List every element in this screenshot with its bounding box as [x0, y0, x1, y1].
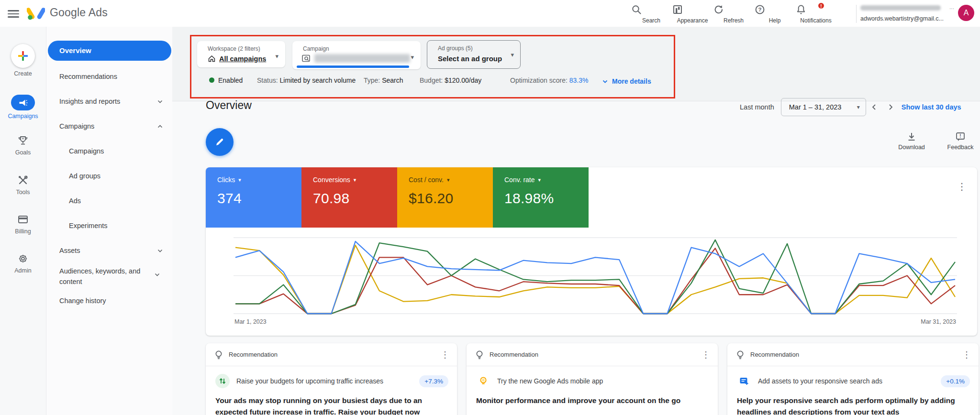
google-ads-logo-icon: [27, 4, 45, 21]
megaphone-icon: [11, 95, 35, 110]
recommendation-body: Your ads may stop running on your busies…: [215, 395, 423, 415]
card-kebab-menu[interactable]: ⋮: [962, 349, 971, 360]
search-button[interactable]: Search: [631, 2, 672, 24]
svg-text:?: ?: [758, 7, 761, 12]
scorecard-conversions[interactable]: Conversions▾ 70.98: [301, 167, 397, 228]
recommendation-card-assets: Recommendation ⋮ Add assets to your resp…: [727, 343, 979, 415]
x-axis-start-label: Mar 1, 2023: [234, 318, 267, 325]
rail-item-campaigns[interactable]: Campaigns: [0, 95, 46, 120]
rail-item-goals[interactable]: Goals: [0, 134, 46, 156]
x-axis-end-label: Mar 31, 2023: [921, 318, 956, 325]
metric-scorecards: Clicks▾ 374 Conversions▾ 70.98 Cost / co…: [206, 167, 589, 228]
uplift-badge: +0.1%: [941, 375, 970, 387]
svg-text:!: !: [959, 133, 961, 139]
pencil-icon: [214, 137, 225, 147]
appearance-icon: [672, 4, 713, 16]
chevron-up-icon: [157, 123, 163, 130]
show-last-30-days-link[interactable]: Show last 30 days: [902, 103, 961, 111]
lightbulb-icon: [736, 350, 745, 360]
plus-icon: [11, 44, 35, 68]
chevron-right-icon: [887, 104, 894, 110]
nav-item-campaigns[interactable]: Campaigns: [46, 147, 173, 155]
arrows-up-down-icon: [215, 374, 230, 388]
refresh-button[interactable]: Refresh: [713, 2, 754, 24]
download-button[interactable]: Download: [890, 131, 933, 151]
billing-card-icon: [0, 213, 46, 226]
nav-item-change-history[interactable]: Change history: [46, 297, 173, 305]
lightbulb-yellow-icon: [476, 374, 490, 388]
nav-item-insights-and-reports[interactable]: Insights and reports: [46, 98, 173, 105]
nav-item-overview[interactable]: Overview: [48, 41, 171, 61]
tools-icon: [0, 174, 46, 186]
appearance-button[interactable]: Appearance: [672, 2, 713, 24]
rail-item-billing[interactable]: Billing: [0, 213, 46, 235]
chevron-left-icon: [871, 104, 878, 110]
account-email: adwords.webartistry@gmail.c...: [860, 15, 954, 22]
bell-icon: [795, 4, 836, 16]
nav-item-assets[interactable]: Assets: [46, 247, 173, 254]
refresh-icon: [713, 4, 754, 16]
nav-item-audiences-keywords-content[interactable]: Audiences, keywords, and content: [46, 266, 156, 287]
recommendation-card-header: Recommendation ⋮: [727, 343, 979, 366]
page-title: Overview: [206, 99, 252, 112]
recommendation-body: Monitor performance and improve your acc…: [476, 395, 680, 406]
uplift-badge: +7.3%: [419, 375, 448, 387]
recommendation-card-mobile-app: Recommendation ⋮ Try the new Google Ads …: [467, 343, 718, 415]
overview-chart-card: Clicks▾ 374 Conversions▾ 70.98 Cost / co…: [206, 167, 977, 336]
notifications-button[interactable]: ! Notifications: [795, 2, 836, 24]
card-kebab-menu[interactable]: ⋮: [702, 349, 710, 360]
scorecard-clicks[interactable]: Clicks▾ 374: [206, 167, 301, 228]
edit-fab-button[interactable]: [206, 128, 234, 156]
nav-item-recommendations[interactable]: Recommendations: [46, 73, 173, 80]
search-icon: [631, 4, 672, 16]
recommendation-card-header: Recommendation ⋮: [467, 343, 718, 366]
app-bar-actions: Search Appearance Refresh ? Help: [631, 2, 836, 24]
app-bar: Google Ads Search Appearance Refresh: [0, 0, 980, 27]
google-ads-logo: Google Ads: [27, 4, 108, 21]
notification-badge: !: [817, 2, 825, 10]
annotation-red-box: [190, 35, 675, 98]
help-icon: ?: [754, 4, 795, 16]
dropdown-arrow-icon: ▾: [238, 177, 241, 183]
icon-rail: Create Campaigns Goals Tools Billing: [0, 27, 46, 415]
account-info[interactable]: ... adwords.webartistry@gmail.c...: [860, 4, 954, 22]
recommendation-row[interactable]: Try the new Google Ads mobile app: [476, 373, 709, 389]
chart-options-kebab-menu[interactable]: ⋮: [957, 182, 967, 191]
recommendation-row[interactable]: Add assets to your responsive search ads…: [737, 373, 970, 389]
dropdown-arrow-icon: ▾: [538, 177, 541, 183]
help-button[interactable]: ? Help: [754, 2, 795, 24]
next-period-button[interactable]: [882, 98, 899, 116]
nav-item-experiments[interactable]: Experiments: [46, 222, 173, 229]
scorecard-conv-rate[interactable]: Conv. rate▾ 18.98%: [493, 167, 589, 228]
rail-item-admin[interactable]: Admin: [0, 252, 46, 274]
secondary-nav: Overview Recommendations Insights and re…: [46, 27, 172, 415]
add-assets-doc-icon: [737, 374, 751, 388]
lightbulb-icon: [214, 350, 223, 360]
feedback-button[interactable]: ! Feedback: [939, 131, 980, 151]
date-range-controls: Last month Mar 1 – 31, 2023 ▾ Show last …: [740, 98, 961, 116]
chevron-down-icon: [157, 248, 163, 254]
date-preset-label: Last month: [740, 98, 774, 116]
card-kebab-menu[interactable]: ⋮: [441, 349, 449, 360]
recommendation-row[interactable]: Raise your budgets for upcoming traffic …: [215, 373, 448, 389]
trophy-icon: [0, 134, 46, 147]
feedback-icon: !: [955, 131, 966, 142]
recommendation-card-budgets: Recommendation ⋮ Raise your budgets for …: [206, 343, 457, 415]
previous-period-button[interactable]: [866, 98, 882, 116]
recommendation-card-header: Recommendation ⋮: [206, 343, 457, 366]
scorecard-cost-per-conv[interactable]: Cost / conv.▾ $16.20: [397, 167, 493, 228]
rail-item-create[interactable]: Create: [0, 44, 46, 77]
main-menu-icon[interactable]: [8, 8, 19, 18]
avatar[interactable]: A: [958, 5, 974, 21]
google-ads-app: Google Ads Search Appearance Refresh: [0, 0, 980, 415]
chevron-down-icon: [157, 98, 163, 105]
rail-item-tools[interactable]: Tools: [0, 174, 46, 196]
date-range-picker[interactable]: Mar 1 – 31, 2023 ▾: [781, 98, 866, 116]
nav-item-ads[interactable]: Ads: [46, 197, 173, 205]
nav-item-ad-groups[interactable]: Ad groups: [46, 172, 173, 180]
lightbulb-icon: [475, 350, 484, 360]
recommendation-body: Help your responsive search ads perform …: [737, 395, 962, 415]
app-bar-divider: [856, 5, 857, 23]
nav-item-campaigns-section[interactable]: Campaigns: [46, 122, 173, 130]
download-icon: [906, 131, 917, 142]
